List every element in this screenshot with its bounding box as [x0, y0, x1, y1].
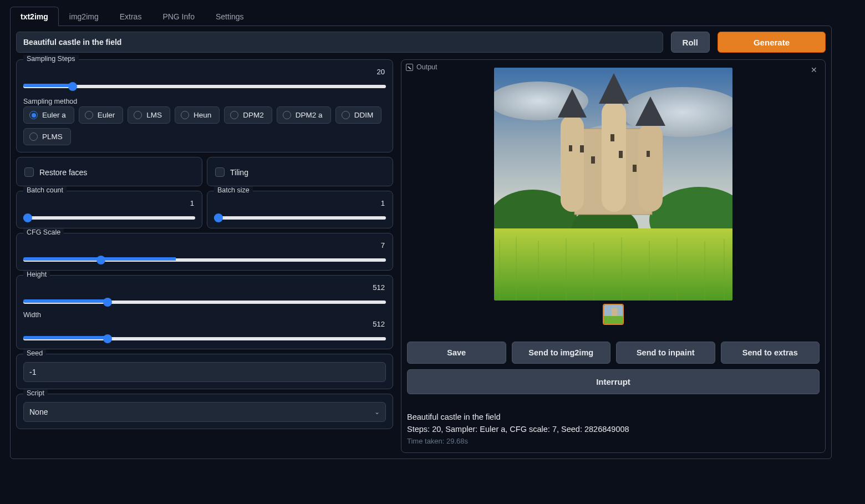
- send-img2img-button[interactable]: Send to img2img: [512, 342, 611, 364]
- cfg-slider[interactable]: [23, 258, 386, 262]
- batch-size-label: Batch size: [214, 186, 253, 194]
- seed-label: Seed: [23, 349, 46, 357]
- tiling-group: Tiling: [207, 157, 393, 186]
- script-value: None: [29, 408, 48, 416]
- svg-rect-34: [604, 316, 624, 325]
- script-group: Script None ⌄: [16, 394, 393, 429]
- result-params: Steps: 20, Sampler: Euler a, CFG scale: …: [407, 423, 820, 435]
- sampling-steps-slider[interactable]: [23, 85, 386, 88]
- batch-count-group: Batch count 1: [16, 191, 202, 228]
- cfg-label: CFG Scale: [23, 228, 64, 236]
- batch-size-group: Batch size 1: [207, 191, 393, 228]
- cfg-value: 7: [23, 241, 386, 250]
- image-icon: [406, 64, 413, 71]
- svg-rect-13: [638, 123, 663, 212]
- tab-extras[interactable]: Extras: [109, 7, 152, 26]
- radio-heun[interactable]: Heun: [175, 106, 220, 124]
- output-image[interactable]: [494, 68, 732, 301]
- output-thumbnail[interactable]: [603, 304, 624, 325]
- tiling-label: Tiling: [230, 168, 248, 177]
- script-label: Script: [23, 389, 48, 397]
- width-slider[interactable]: [23, 337, 386, 340]
- svg-rect-9: [561, 115, 584, 212]
- radio-dpm2[interactable]: DPM2: [224, 106, 272, 124]
- svg-rect-19: [633, 165, 637, 172]
- radio-euler-a[interactable]: Euler a: [23, 106, 74, 124]
- svg-rect-15: [580, 145, 584, 152]
- script-select[interactable]: None ⌄: [23, 402, 386, 422]
- batch-count-value: 1: [23, 199, 195, 207]
- radio-plms[interactable]: PLMS: [23, 128, 71, 145]
- prompt-input[interactable]: [16, 32, 663, 53]
- tab-pnginfo[interactable]: PNG Info: [152, 7, 205, 26]
- main-panel: Roll Generate Sampling Steps 20 Sampling…: [10, 26, 832, 459]
- seed-input[interactable]: [23, 362, 386, 382]
- restore-faces-label: Restore faces: [39, 168, 87, 177]
- width-label: Width: [23, 311, 386, 319]
- cfg-group: CFG Scale 7: [16, 233, 393, 271]
- output-panel: Output ✕: [401, 59, 826, 453]
- roll-button[interactable]: Roll: [671, 32, 710, 53]
- sampling-method-label: Sampling method: [23, 98, 386, 105]
- batch-size-slider[interactable]: [214, 216, 386, 220]
- radio-ddim[interactable]: DDIM: [335, 106, 382, 124]
- batch-count-label: Batch count: [23, 186, 67, 194]
- tab-txt2img[interactable]: txt2img: [10, 7, 59, 26]
- interrupt-button[interactable]: Interrupt: [407, 369, 820, 394]
- restore-faces-checkbox[interactable]: [24, 167, 34, 177]
- sampling-steps-label: Sampling Steps: [23, 55, 79, 63]
- height-value: 512: [23, 283, 386, 292]
- svg-rect-16: [591, 156, 595, 164]
- seed-group: Seed: [16, 354, 393, 389]
- svg-rect-18: [619, 151, 623, 158]
- result-prompt: Beautiful castle in the field: [407, 411, 820, 423]
- height-slider[interactable]: [23, 301, 386, 304]
- tab-bar: txt2img img2img Extras PNG Info Settings: [10, 7, 832, 26]
- radio-dpm2a[interactable]: DPM2 a: [277, 106, 331, 124]
- tiling-checkbox[interactable]: [215, 167, 225, 177]
- svg-rect-35: [612, 308, 617, 316]
- sampling-steps-value: 20: [23, 68, 386, 76]
- generate-button[interactable]: Generate: [718, 32, 826, 53]
- svg-rect-20: [569, 145, 572, 151]
- radio-lms[interactable]: LMS: [128, 106, 170, 124]
- width-value: 512: [23, 320, 386, 328]
- batch-count-slider[interactable]: [23, 216, 195, 220]
- restore-faces-group: Restore faces: [16, 157, 202, 186]
- save-button[interactable]: Save: [407, 342, 506, 364]
- result-time: Time taken: 29.68s: [407, 436, 820, 447]
- height-label: Height: [23, 271, 50, 278]
- sampling-group: Sampling Steps 20 Sampling method Euler …: [16, 59, 393, 152]
- tab-img2img[interactable]: img2img: [59, 7, 109, 26]
- result-info: Beautiful castle in the field Steps: 20,…: [407, 411, 820, 447]
- sampling-method-radios: Euler a Euler LMS Heun DPM2 DPM2 a DDIM …: [23, 106, 386, 145]
- svg-rect-17: [610, 134, 614, 141]
- close-icon[interactable]: ✕: [811, 65, 817, 74]
- output-label: Output: [406, 63, 437, 71]
- dims-group: Height 512 Width 512: [16, 275, 393, 349]
- send-inpaint-button[interactable]: Send to inpaint: [616, 342, 715, 364]
- tab-settings[interactable]: Settings: [205, 7, 255, 26]
- chevron-down-icon: ⌄: [374, 408, 380, 416]
- svg-rect-21: [647, 151, 650, 157]
- radio-euler[interactable]: Euler: [79, 106, 124, 124]
- svg-rect-22: [494, 228, 732, 301]
- send-extras-button[interactable]: Send to extras: [721, 342, 820, 364]
- batch-size-value: 1: [214, 199, 386, 207]
